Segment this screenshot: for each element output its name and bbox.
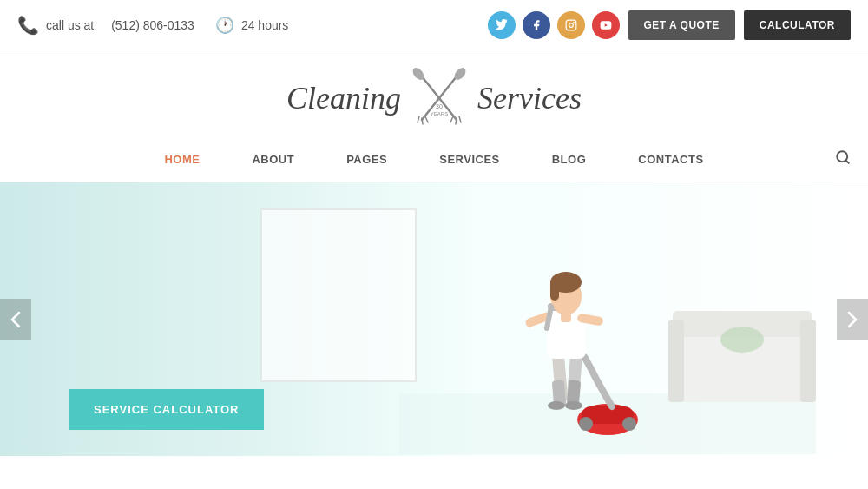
nav-item-services[interactable]: SERVICES	[413, 146, 526, 173]
nav-item-about[interactable]: ABOUT	[226, 146, 320, 173]
phone-contact: 📞 call us at (512) 806-0133	[17, 15, 194, 36]
svg-rect-0	[566, 20, 576, 30]
navigation: HOME ABOUT PAGES SERVICES BLOG CONTACTS	[0, 137, 868, 182]
hours-label: 24 hours	[241, 18, 288, 32]
logo-text-left: Cleaning	[286, 80, 401, 116]
nav-item-pages[interactable]: PAGES	[320, 146, 413, 173]
hero-slider: SERVICE CALCULATOR	[0, 182, 868, 456]
search-icon[interactable]	[835, 149, 851, 169]
get-quote-button[interactable]: GET A QUOTE	[628, 10, 735, 40]
svg-point-2	[573, 21, 575, 23]
facebook-icon[interactable]	[523, 11, 550, 39]
nav-item-blog[interactable]: BLOG	[526, 146, 613, 173]
instagram-icon[interactable]	[557, 11, 585, 39]
svg-rect-40	[561, 314, 571, 322]
svg-line-11	[425, 116, 428, 122]
top-bar-left: 📞 call us at (512) 806-0133 🕐 24 hours	[17, 15, 288, 36]
svg-point-1	[569, 23, 573, 27]
logo-text-right: Services	[477, 80, 582, 116]
top-bar: 📞 call us at (512) 806-0133 🕐 24 hours G…	[0, 0, 868, 50]
calculator-button[interactable]: CALCULATOR	[744, 10, 851, 40]
svg-rect-39	[550, 279, 559, 301]
phone-label: call us at	[46, 18, 94, 32]
logo: Cleaning	[286, 68, 582, 129]
phone-icon: 📞	[17, 15, 39, 36]
social-icons	[488, 11, 620, 39]
slider-prev-button[interactable]	[0, 299, 31, 340]
svg-line-13	[418, 116, 419, 122]
youtube-icon[interactable]	[592, 11, 620, 39]
nav-item-home[interactable]: HOME	[138, 146, 226, 173]
twitter-icon[interactable]	[488, 11, 516, 39]
hero-content: SERVICE CALCULATOR	[69, 389, 264, 430]
svg-point-33	[565, 401, 582, 410]
hero-image	[391, 182, 825, 456]
svg-point-26	[579, 417, 593, 431]
svg-text:YEARS: YEARS	[431, 111, 448, 116]
svg-line-10	[459, 116, 461, 122]
svg-line-9	[456, 118, 457, 124]
svg-point-27	[622, 417, 636, 431]
svg-rect-22	[800, 320, 816, 402]
svg-text:30: 30	[436, 103, 443, 109]
phone-number: (512) 806-0133	[111, 18, 194, 32]
slider-next-button[interactable]	[837, 299, 868, 340]
logo-icon: 30 YEARS	[404, 68, 474, 129]
clock-icon: 🕐	[215, 16, 234, 35]
svg-point-23	[720, 327, 764, 353]
svg-line-12	[422, 118, 423, 124]
top-bar-right: GET A QUOTE CALCULATOR	[488, 10, 852, 40]
svg-point-32	[548, 401, 565, 410]
svg-line-8	[450, 116, 453, 122]
nav-item-contacts[interactable]: CONTACTS	[612, 146, 729, 173]
hours-contact: 🕐 24 hours	[215, 16, 288, 35]
logo-area: Cleaning	[0, 50, 868, 137]
service-calculator-button[interactable]: SERVICE CALCULATOR	[69, 389, 264, 430]
svg-line-17	[845, 160, 848, 162]
svg-rect-21	[668, 320, 684, 402]
